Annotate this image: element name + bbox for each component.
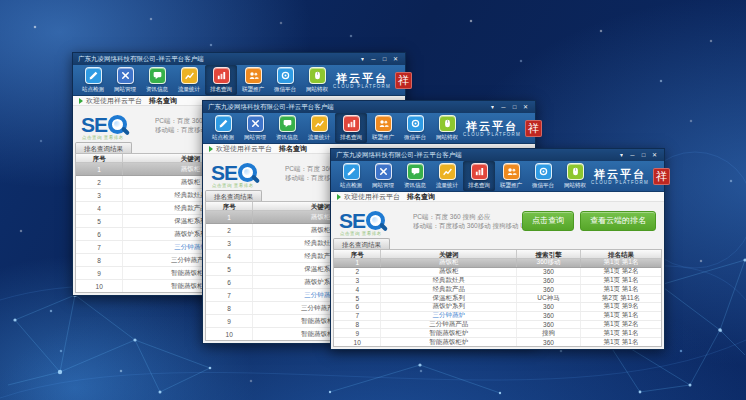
toolbar-item-6[interactable]: 联盟推广 (367, 113, 399, 143)
table-row[interactable]: 10智能蒸饭柜炉360第1页 第1名 (334, 338, 661, 346)
toolbar-item-4[interactable]: 流量统计 (303, 113, 335, 143)
flag-icon (209, 146, 213, 152)
window-title: 广东九凌网络科技有限公司-祥云平台客户端 (336, 151, 615, 160)
toolbar-items: 站点检测网站管理资讯信息流量统计排名查询联盟推广微信平台网站特权 (77, 65, 333, 95)
cell-engine: 360 (517, 268, 581, 276)
cell-no: 8 (334, 321, 381, 329)
query-button[interactable]: 点击查询 (522, 211, 574, 231)
view-cloud-rank-button[interactable]: 查看云端的排名 (580, 211, 656, 231)
bar-chart-icon (343, 115, 360, 132)
minimize-icon[interactable]: ─ (369, 54, 378, 64)
toolbar-item-label: 网站管理 (114, 85, 136, 93)
cell-no: 4 (334, 285, 381, 293)
toolbar-item-7[interactable]: 微信平台 (527, 161, 559, 191)
toolbar-item-7[interactable]: 微信平台 (399, 113, 431, 143)
table-row[interactable]: 3经典款灶具360第1页 第1名 (334, 277, 661, 286)
cell-keyword: 三分钟蒸产品 (381, 321, 517, 329)
maximize-icon[interactable]: □ (639, 150, 648, 160)
toolbar-item-1[interactable]: 站点检测 (77, 65, 109, 95)
toolbar-item-5[interactable]: 排名查询 (335, 113, 367, 143)
cell-no: 9 (206, 315, 253, 327)
toolbar-item-label: 网站特权 (436, 133, 458, 141)
chat-icon (407, 163, 424, 180)
cell-rank: 第2页 第11名 (581, 294, 661, 302)
seo-logo-text: SE (81, 114, 107, 136)
minimize-icon[interactable]: ─ (628, 150, 637, 160)
table-row[interactable]: 8三分钟蒸产品360第1页 第2名 (334, 321, 661, 330)
tab-rank-results[interactable]: 排名查询结果 (333, 238, 390, 249)
toolbar-item-1[interactable]: 站点检测 (335, 161, 367, 191)
toolbar-item-5[interactable]: 排名查询 (205, 65, 237, 95)
skin-icon[interactable]: ▾ (358, 54, 367, 64)
cell-engine: 360 (517, 312, 581, 320)
toolbar-item-2[interactable]: 网站管理 (367, 161, 399, 191)
cell-no: 7 (334, 312, 381, 320)
table-row[interactable]: 5保温柜系列UC神马第2页 第11名 (334, 294, 661, 303)
window-controls: ▾ ─ □ ✕ (615, 150, 659, 160)
chat-icon (279, 115, 296, 132)
cell-no: 10 (76, 280, 123, 292)
results-table: 序号 关键词 搜索引擎 排名结果 1蒸饭柜360移动第1页 第1名2蒸饭柜360… (333, 249, 662, 347)
cell-no: 9 (334, 329, 381, 337)
table-row[interactable]: 2蒸饭柜360第1页 第2名 (334, 268, 661, 277)
close-icon[interactable]: ✕ (391, 54, 400, 64)
breadcrumb-welcome: 欢迎使用祥云平台 (216, 144, 272, 154)
skin-icon[interactable]: ▾ (488, 102, 497, 112)
cell-keyword: 蒸饭柜 (381, 259, 517, 267)
table-row[interactable]: 1蒸饭柜360移动第1页 第1名 (334, 259, 661, 268)
mouse-icon (309, 67, 326, 84)
toolbar-item-5[interactable]: 排名查询 (463, 161, 495, 191)
toolbar-item-6[interactable]: 联盟推广 (495, 161, 527, 191)
skin-icon[interactable]: ▾ (617, 150, 626, 160)
toolbar-item-4[interactable]: 流量统计 (173, 65, 205, 95)
cell-rank: 第1页 第1名 (581, 329, 661, 337)
toolbar-item-8[interactable]: 网站特权 (559, 161, 591, 191)
table-row[interactable]: 7三分钟蒸炉360第1页 第1名 (334, 312, 661, 321)
tab-rank-results[interactable]: 排名查询结果 (205, 190, 262, 201)
toolbar-item-label: 资讯信息 (276, 133, 298, 141)
maximize-icon[interactable]: □ (510, 102, 519, 112)
toolbar-item-label: 网站管理 (372, 181, 394, 189)
brand-subtitle: CLOUD PLATFORM (333, 84, 391, 89)
tools-icon (375, 163, 392, 180)
magnifier-icon (238, 163, 257, 182)
maximize-icon[interactable]: □ (380, 54, 389, 64)
seo-logo-text: SE (339, 210, 365, 232)
toolbar-item-label: 资讯信息 (404, 181, 426, 189)
brand-name: 祥云平台 (591, 168, 649, 180)
toolbar-item-8[interactable]: 网站特权 (301, 65, 333, 95)
toolbar-item-4[interactable]: 流量统计 (431, 161, 463, 191)
toolbar-item-8[interactable]: 网站特权 (431, 113, 463, 143)
tabbar: 排名查询结果 (331, 238, 664, 249)
window-title: 广东九凌网络科技有限公司-祥云平台客户端 (78, 55, 356, 64)
toolbar-item-6[interactable]: 联盟推广 (237, 65, 269, 95)
toolbar-items: 站点检测网站管理资讯信息流量统计排名查询联盟推广微信平台网站特权 (335, 161, 591, 191)
cell-engine: 360 (517, 321, 581, 329)
cell-engine: UC神马 (517, 294, 581, 302)
cell-no: 2 (334, 268, 381, 276)
brand-logo: 祥云平台 CLOUD PLATFORM 祥 (333, 65, 414, 95)
titlebar[interactable]: 广东九凌网络科技有限公司-祥云平台客户端 ▾ ─ □ ✕ (203, 101, 535, 113)
toolbar-item-2[interactable]: 网站管理 (239, 113, 271, 143)
minimize-icon[interactable]: ─ (499, 102, 508, 112)
toolbar-item-label: 站点检测 (82, 85, 104, 93)
cell-no: 4 (206, 250, 253, 262)
seo-tagline: 点击查询 查看排名 (212, 183, 254, 188)
table-row[interactable]: 6蒸饭炉系列360第1页 第9名 (334, 303, 661, 312)
seo-panel: SE 点击查询 查看排名 PC端：百度 360 搜狗 必应 移动端：百度移动 3… (331, 202, 664, 238)
toolbar-item-2[interactable]: 网站管理 (109, 65, 141, 95)
close-icon[interactable]: ✕ (521, 102, 530, 112)
toolbar-item-label: 微信平台 (274, 85, 296, 93)
close-icon[interactable]: ✕ (650, 150, 659, 160)
table-row[interactable]: 4经典款产品360第1页 第1名 (334, 285, 661, 294)
cell-keyword: 经典款灶具 (381, 277, 517, 285)
toolbar-item-3[interactable]: 资讯信息 (141, 65, 173, 95)
toolbar-item-7[interactable]: 微信平台 (269, 65, 301, 95)
toolbar-item-3[interactable]: 资讯信息 (271, 113, 303, 143)
titlebar[interactable]: 广东九凌网络科技有限公司-祥云平台客户端 ▾ ─ □ ✕ (331, 149, 664, 161)
tab-rank-results[interactable]: 排名查询结果 (75, 142, 132, 153)
table-row[interactable]: 9智能蒸饭柜炉搜狗第1页 第1名 (334, 329, 661, 338)
toolbar-item-3[interactable]: 资讯信息 (399, 161, 431, 191)
toolbar-item-1[interactable]: 站点检测 (207, 113, 239, 143)
titlebar[interactable]: 广东九凌网络科技有限公司-祥云平台客户端 ▾ ─ □ ✕ (73, 53, 405, 65)
